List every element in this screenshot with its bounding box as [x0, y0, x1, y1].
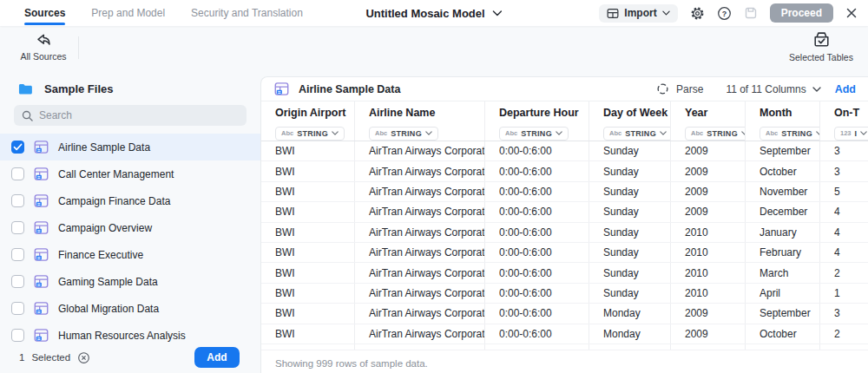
chevron-down-icon — [662, 10, 670, 16]
table-cell: BWI — [261, 161, 355, 180]
list-item[interactable]: Airline Sample Data — [0, 134, 260, 160]
checkbox[interactable] — [11, 329, 24, 342]
column-name: Departure Hour — [499, 107, 582, 119]
sidebar-title: Sample Files — [44, 82, 113, 95]
import-table-icon — [607, 8, 619, 19]
list-item[interactable]: Global Migration Data — [0, 295, 260, 322]
model-title-menu[interactable]: Untitled Mosaic Model — [365, 0, 502, 26]
proceed-button[interactable]: Proceed — [770, 3, 833, 23]
column-type-chip[interactable]: 123I — [834, 127, 868, 141]
column-header: Departure HourAbcSTRING — [485, 101, 589, 141]
checkbox[interactable] — [11, 275, 24, 288]
search-box[interactable] — [14, 105, 247, 126]
columns-selector[interactable]: 11 of 11 Columns — [726, 83, 820, 95]
tab-security-and-translation[interactable]: Security and Translation — [191, 0, 303, 26]
import-button[interactable]: Import — [599, 4, 677, 23]
table-cell: AirTran Airways Corporation — [355, 243, 485, 262]
column-type-chip[interactable]: AbcSTRING — [760, 127, 820, 141]
table-cell: November — [746, 182, 820, 201]
search-input[interactable] — [39, 109, 239, 121]
table-cell: BWI — [261, 324, 355, 344]
checkbox[interactable] — [11, 194, 24, 207]
chevron-down-icon — [812, 87, 821, 92]
column-type-chip[interactable]: AbcSTRING — [369, 127, 438, 141]
column-name: Month — [760, 107, 812, 119]
list-item[interactable]: Campaign Finance Data — [0, 187, 260, 214]
table-icon — [34, 167, 49, 181]
column-header: Origin AirportAbcSTRING — [261, 101, 355, 141]
chevron-down-icon — [332, 131, 339, 135]
deselect-all-icon[interactable] — [77, 351, 90, 364]
table-cell: 2 — [820, 324, 868, 344]
table-icon — [34, 328, 49, 343]
add-tables-button[interactable]: Add — [194, 347, 240, 368]
table-row: BWIAirTran Airways Corporation0:00-0:6:0… — [261, 324, 868, 344]
table-cell: 2009 — [671, 161, 746, 180]
all-sources-button[interactable]: All Sources — [19, 32, 68, 62]
table-row-partial — [261, 344, 868, 350]
add-column-link[interactable]: Add — [835, 83, 856, 95]
parse-button[interactable]: Parse — [656, 82, 703, 95]
column-name: Day of Week — [603, 107, 663, 119]
parse-icon — [656, 82, 669, 95]
list-item[interactable]: Gaming Sample Data — [0, 268, 260, 295]
selected-tables-label: Selected Tables — [788, 52, 854, 62]
table-cell: April — [746, 284, 820, 303]
close-icon[interactable] — [845, 7, 858, 19]
checkbox[interactable] — [11, 221, 24, 234]
table-cell: AirTran Airways Corporation — [355, 223, 485, 242]
chevron-down-icon — [660, 131, 667, 135]
table-cell: BWI — [261, 304, 355, 323]
chevron-down-icon — [425, 131, 432, 135]
selected-count-label: Selected — [31, 352, 70, 363]
table-body: BWIAirTran Airways Corporation0:00-0:6:0… — [261, 141, 868, 350]
tab-prep-and-model[interactable]: Prep and Model — [91, 0, 165, 26]
list-item[interactable]: Campaign Overview — [0, 214, 260, 241]
table-cell: AirTran Airways Corporation — [355, 182, 485, 201]
column-type-chip[interactable]: AbcSTRING — [685, 127, 746, 141]
checkbox[interactable] — [11, 248, 24, 261]
list-item[interactable]: Call Center Management — [0, 160, 260, 187]
save-icon[interactable] — [744, 6, 758, 20]
table-cell: AirTran Airways Corporation — [355, 141, 485, 160]
checkbox-checked[interactable] — [11, 141, 24, 154]
list-item-label: Airline Sample Data — [58, 141, 150, 154]
table-cell: AirTran Airways Corporation — [355, 324, 485, 344]
table-cell — [355, 344, 485, 350]
selected-tables-button[interactable]: Selected Tables — [788, 29, 854, 62]
panel-header: Airline Sample Data Parse 11 of 11 Colum… — [261, 77, 868, 101]
panel-header-actions: Parse 11 of 11 Columns Add — [656, 82, 856, 95]
table-cell: 0:00-0:6:00 — [485, 202, 589, 221]
table-cell: BWI — [261, 202, 355, 221]
list-item[interactable]: Finance Executive — [0, 241, 260, 268]
tab-sources[interactable]: Sources — [24, 0, 65, 26]
table-cell — [485, 344, 589, 350]
chevron-down-icon — [493, 10, 503, 16]
help-icon[interactable]: ? — [717, 6, 732, 21]
row-count-status: Showing 999 rows of sample data. — [261, 350, 868, 369]
column-type-chip[interactable]: AbcSTRING — [603, 127, 671, 141]
table-cell: 0:00-0:6:00 — [485, 182, 589, 201]
table-row: BWIAirTran Airways Corporation0:00-0:6:0… — [261, 141, 868, 161]
type-label: STRING — [391, 129, 422, 138]
table-cell: 2010 — [671, 223, 746, 242]
checkbox[interactable] — [11, 167, 24, 180]
table-row: BWIAirTran Airways Corporation0:00-0:6:0… — [261, 161, 868, 181]
type-label: STRING — [781, 129, 812, 138]
table-cell: December — [746, 202, 820, 221]
checkbox[interactable] — [11, 302, 24, 315]
table-cell: 1 — [820, 284, 868, 303]
table-cell: 0:00-0:6:00 — [485, 263, 589, 282]
settings-gear-icon[interactable] — [690, 6, 705, 21]
sidebar-header: Sample Files — [0, 74, 260, 103]
table-cell: BWI — [261, 243, 355, 262]
table-cell: AirTran Airways Corporation — [355, 161, 485, 180]
column-type-chip[interactable]: AbcSTRING — [499, 127, 569, 141]
sidebar: Sample Files Airline Sample DataCall Cen… — [0, 74, 260, 373]
column-type-chip[interactable]: AbcSTRING — [275, 127, 345, 141]
list-item-label: Gaming Sample Data — [58, 276, 158, 288]
columns-selector-label: 11 of 11 Columns — [726, 83, 806, 95]
table-cell: Sunday — [589, 284, 671, 303]
table-cell: BWI — [261, 223, 355, 242]
table-cell: 0:00-0:6:00 — [485, 243, 589, 262]
